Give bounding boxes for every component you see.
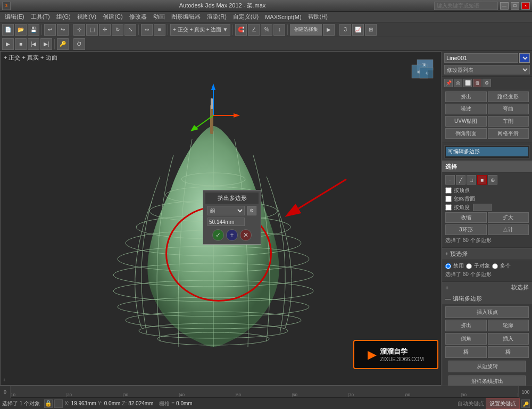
multi-radio[interactable] [492, 263, 498, 269]
scale-button[interactable]: ⤡ [124, 24, 136, 36]
configure-btn[interactable]: ⚙ [483, 79, 491, 87]
extrude-settings-icon[interactable]: ⚙ [247, 206, 256, 215]
menu-edit[interactable]: 编辑(E) [2, 12, 27, 22]
navigation-cube[interactable]: 顶 前 右 [409, 57, 436, 84]
vertex-icon[interactable]: · [445, 175, 455, 185]
menu-maxscript[interactable]: MAXScript(M) [262, 13, 304, 21]
render-btn[interactable]: ▶ [323, 24, 335, 36]
angle-value-input[interactable]: 45.0 [473, 204, 492, 211]
bridge-btn[interactable]: 桥 [488, 346, 529, 358]
edge-icon[interactable]: ╱ [456, 175, 466, 185]
key-mode[interactable]: 🔑 [57, 38, 69, 50]
extrude-amount-input[interactable]: 50.144mm [207, 218, 245, 226]
menu-group[interactable]: 组(G) [54, 12, 73, 22]
open-button[interactable]: 📂 [15, 24, 27, 36]
viewport[interactable]: + 正交 + 真实 + 边面 顶 前 右 [0, 51, 442, 386]
extrude-ok-button[interactable]: ✓ [212, 229, 224, 241]
close-button[interactable]: × [521, 2, 530, 10]
extrude-type-select[interactable]: 组 局部法线 按多边形 [207, 206, 245, 215]
meshsmooth-btn[interactable]: 网格平滑 [488, 128, 529, 139]
angle-snap[interactable]: ∠ [248, 24, 260, 36]
select-region-button[interactable]: ⬚ [86, 24, 98, 36]
border-icon[interactable]: □ [467, 175, 476, 185]
timeline-bar[interactable]: 10 20 30 40 50 60 70 80 [11, 386, 519, 397]
color-swatch[interactable] [519, 53, 530, 63]
object-name-input[interactable]: Line001 [444, 53, 518, 63]
inset-btn[interactable]: 插入 [488, 333, 529, 345]
outline-btn[interactable]: 轮廓 [488, 320, 529, 331]
redo-button[interactable]: ↪ [57, 24, 69, 36]
lock-icon[interactable]: 🔒 [44, 399, 53, 408]
lathe-btn[interactable]: 车削 [488, 116, 529, 127]
timeline[interactable]: 0 10 20 30 40 50 60 70 [0, 386, 532, 397]
view-dropdown[interactable]: + 正交 + 真实 + 边面 ▼ [170, 24, 230, 36]
ignore-bg-checkbox[interactable] [445, 196, 452, 202]
menu-tools[interactable]: 工具(T) [28, 12, 53, 22]
insert-vertex-btn[interactable]: 插入顶点 [445, 306, 529, 318]
by-angle-checkbox[interactable] [445, 204, 452, 211]
maximize-button[interactable]: □ [511, 2, 519, 10]
extrude-poly-btn[interactable]: 挤出 [445, 320, 487, 331]
bevel-profile-btn[interactable]: 倒角剖面 [445, 128, 487, 139]
modifier-list-dropdown[interactable]: 修改器列表 [444, 65, 530, 74]
expand-button[interactable]: 扩大 [488, 212, 529, 223]
remove-modifier[interactable]: 🗑 [473, 79, 481, 87]
make-unique[interactable]: ⬜ [463, 79, 472, 87]
save-button[interactable]: 💾 [28, 24, 39, 36]
render-setup[interactable]: 创建选择集 [290, 24, 322, 36]
by-vertex-checkbox[interactable] [445, 187, 452, 194]
show-end-result[interactable]: ◎ [454, 79, 462, 87]
rotate-button[interactable]: ↻ [112, 24, 123, 36]
ring-button[interactable]: 3环形 [445, 224, 487, 235]
noise-btn[interactable]: 噪波 [445, 104, 487, 114]
menu-graph-editor[interactable]: 图形编辑器 [169, 12, 203, 22]
element-icon[interactable]: ⊕ [488, 175, 497, 185]
menu-animation[interactable]: 动画 [151, 12, 168, 22]
path-deform-btn[interactable]: 路径变形 [488, 91, 529, 102]
extrude-dialog[interactable]: 挤出多边形 组 局部法线 按多边形 ⚙ 50.144mm ✓ + ✕ [203, 190, 261, 245]
snap-toggle[interactable]: 🧲 [235, 24, 247, 36]
select-button[interactable]: ⊹ [73, 24, 85, 36]
flip-btn[interactable]: 桥 [445, 346, 487, 358]
loop-button[interactable]: △计 [488, 224, 529, 235]
menu-create[interactable]: 创建(C) [100, 12, 125, 22]
menu-help[interactable]: 帮助(H) [305, 12, 330, 22]
bevel-btn[interactable]: 倒角 [445, 333, 487, 345]
uvw-btn[interactable]: UVW贴图 [445, 116, 487, 127]
align-button[interactable]: ≡ [154, 24, 165, 36]
shrink-button[interactable]: 收缩 [445, 212, 487, 223]
modifier-stack-list[interactable]: 可编辑多边形 [444, 145, 530, 158]
minimize-button[interactable]: — [500, 2, 509, 10]
key-filter-icon[interactable]: 🔑 [521, 399, 530, 408]
search-input[interactable] [434, 2, 498, 10]
play-anim[interactable]: ▶ [2, 38, 14, 50]
menu-view[interactable]: 视图(V) [74, 12, 99, 22]
curve-editor[interactable]: 📈 [352, 24, 364, 36]
spinner-snap[interactable]: ↕ [273, 24, 285, 36]
prev-frame[interactable]: |◀ [28, 38, 39, 50]
schematic[interactable]: ⊞ [365, 24, 377, 36]
subobj-radio[interactable] [466, 263, 472, 269]
extrude-btn[interactable]: 挤出 [445, 91, 487, 102]
move-button[interactable]: ✛ [99, 24, 111, 36]
stop-anim[interactable]: ■ [15, 38, 27, 50]
mirror-button[interactable]: ⇔ [141, 24, 153, 36]
disable-radio[interactable] [445, 263, 451, 269]
menu-customize[interactable]: 自定义(U) [230, 12, 261, 22]
named-sets[interactable]: 3 [339, 24, 351, 36]
soft-select-header[interactable]: + 软选择 [442, 282, 532, 293]
extrude-add-button[interactable]: + [226, 229, 238, 241]
new-scene-button[interactable]: 📄 [2, 24, 14, 36]
menu-modifiers[interactable]: 修改器 [127, 12, 149, 22]
undo-button[interactable]: ↩ [44, 24, 56, 36]
bend-btn[interactable]: 弯曲 [488, 104, 529, 114]
layer-icon[interactable] [54, 399, 63, 408]
from-edge-btn[interactable]: 从边旋转 [448, 361, 526, 372]
set-key-button[interactable]: 设置关键点 [486, 398, 520, 409]
edit-polygon-header[interactable]: — 编辑多边形 [442, 293, 532, 304]
next-frame[interactable]: ▶| [40, 38, 52, 50]
time-config[interactable]: ⏱ [73, 38, 85, 50]
editable-poly-item[interactable]: 可编辑多边形 [446, 147, 528, 156]
menu-render[interactable]: 渲染(R) [204, 12, 229, 22]
extrude-cancel-button[interactable]: ✕ [240, 229, 252, 241]
